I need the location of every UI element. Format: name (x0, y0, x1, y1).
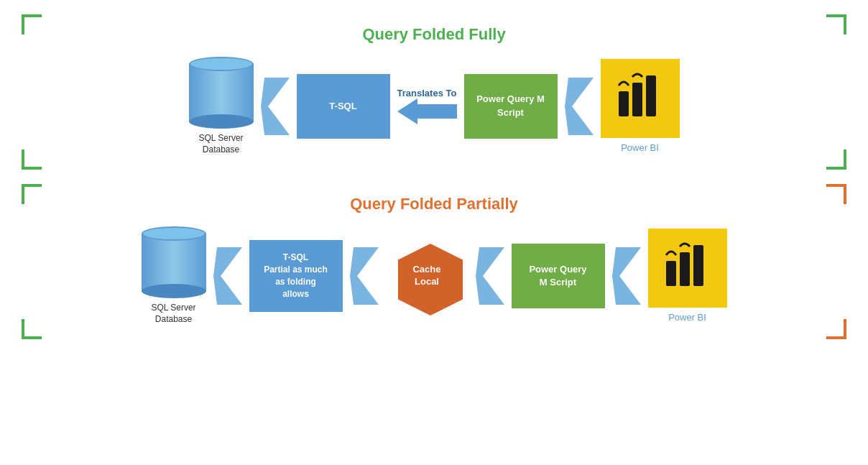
chevron-6 (612, 247, 641, 305)
powerbi-2: Power BI (648, 229, 727, 323)
cyl-bottom-2 (142, 284, 206, 298)
corner-tl-1 (22, 14, 42, 34)
svg-marker-5 (213, 247, 242, 305)
powerbi-label-2: Power BI (668, 312, 706, 323)
powerbi-icon-2 (648, 229, 727, 308)
svg-marker-9 (612, 247, 641, 305)
cyl-label-1: SQL ServerDatabase (198, 133, 243, 155)
cylinder-shape-2 (142, 226, 206, 298)
arrow-tail (417, 104, 457, 119)
svg-marker-1 (565, 78, 594, 135)
svg-rect-2 (619, 91, 629, 116)
svg-rect-3 (632, 83, 642, 116)
cache-local-label: CacheLocal (412, 264, 440, 288)
translates-to-arrow: Translates To (397, 88, 457, 124)
svg-rect-12 (693, 245, 703, 286)
translates-label: Translates To (397, 88, 457, 98)
chevron-5 (476, 247, 504, 305)
main-container: Query Folded Fully SQL ServerDatabase T-… (0, 0, 868, 465)
cyl-bottom-1 (189, 114, 254, 129)
chevron-4 (350, 247, 379, 305)
corner-br-1 (826, 149, 846, 170)
section1-flow: SQL ServerDatabase T-SQL Translates To P… (36, 57, 832, 155)
hexagon-shape: CacheLocal (391, 240, 463, 312)
cyl-top-2 (142, 226, 206, 241)
section2-flow: SQL ServerDatabase T-SQLPartial as mucha… (36, 226, 832, 325)
powerbi-1: Power BI (601, 59, 680, 153)
cyl-rect-2 (142, 234, 206, 291)
cache-local-hexagon: CacheLocal (386, 236, 468, 316)
powerbi-icon-1 (601, 59, 680, 138)
chevron-1 (261, 78, 290, 135)
chevron-2 (565, 78, 594, 135)
sql-server-db-2: SQL ServerDatabase (142, 226, 206, 325)
cylinder-shape-1 (189, 57, 254, 129)
section-query-folded-fully: Query Folded Fully SQL ServerDatabase T-… (22, 14, 846, 170)
section2-title: Query Folded Partially (36, 195, 832, 213)
svg-marker-0 (261, 78, 290, 135)
section-query-folded-partially: Query Folded Partially SQL ServerDatabas… (22, 184, 846, 339)
cyl-label-2: SQL ServerDatabase (151, 303, 195, 325)
corner-tr-2 (826, 184, 846, 204)
tsql-partial-box: T-SQLPartial as muchas foldingallows (249, 240, 343, 312)
corner-bl-1 (22, 149, 42, 170)
corner-tr-1 (826, 14, 846, 34)
section1-title: Query Folded Fully (36, 25, 832, 44)
arrow-body (397, 98, 457, 124)
pq-m-script-2: Power QueryM Script (512, 244, 605, 308)
corner-tl-2 (22, 184, 42, 204)
powerbi-label-1: Power BI (621, 142, 659, 153)
svg-marker-8 (476, 247, 504, 305)
svg-rect-10 (666, 261, 676, 286)
svg-rect-4 (646, 75, 656, 116)
pq-m-script-1: Power Query M Script (464, 74, 558, 139)
chevron-3 (213, 247, 242, 305)
tsql-box-1: T-SQL (297, 74, 390, 139)
powerbi-bars-svg-2 (659, 239, 716, 297)
sql-server-db-1: SQL ServerDatabase (189, 57, 254, 155)
corner-br-2 (826, 319, 846, 339)
powerbi-bars-svg-1 (611, 70, 669, 127)
cyl-rect-1 (189, 64, 254, 121)
arrow-head (397, 98, 417, 124)
svg-rect-11 (680, 252, 690, 286)
svg-marker-6 (350, 247, 379, 305)
corner-bl-2 (22, 319, 42, 339)
cyl-top-1 (189, 57, 254, 71)
